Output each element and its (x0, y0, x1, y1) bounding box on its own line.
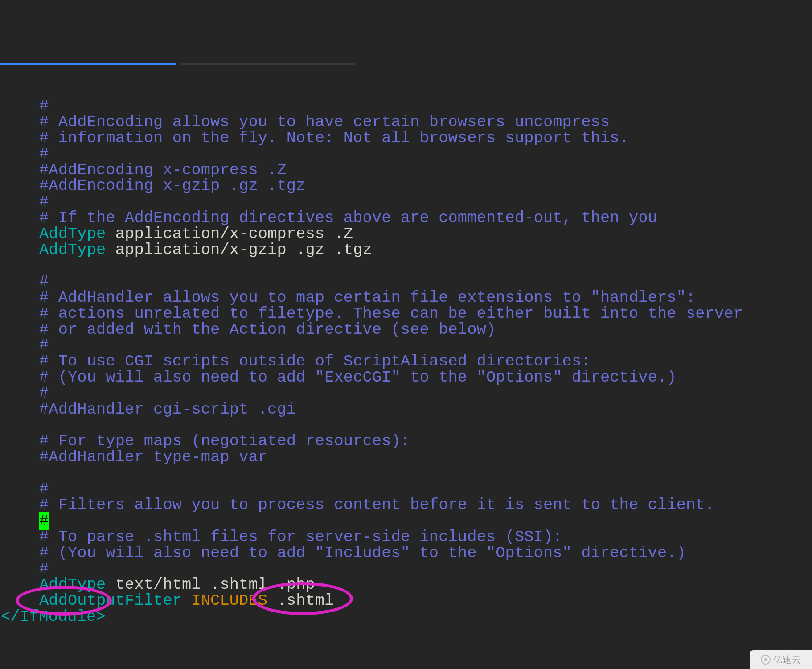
code-line[interactable]: # AddEncoding allows you to have certain… (39, 115, 812, 131)
code-segment-cursor: # (39, 512, 49, 530)
code-line[interactable]: # (You will also need to add "Includes" … (39, 546, 812, 562)
window-top-border (0, 63, 812, 65)
code-line[interactable] (39, 418, 812, 434)
tab-strip-inactive (181, 63, 355, 65)
code-segment-plain: application/x-compress .Z (106, 225, 353, 243)
code-segment-comment: # (39, 97, 49, 115)
code-segment-comment: # For type maps (negotiated resources): (39, 432, 410, 450)
code-line[interactable]: # (39, 338, 812, 354)
code-segment-keyword: AddOutputFilter (39, 592, 182, 610)
code-segment-comment: # information on the fly. Note: Not all … (39, 129, 629, 147)
code-segment-comment: #AddEncoding x-compress .Z (39, 161, 287, 179)
code-line[interactable]: # Filters allow you to process content b… (39, 497, 812, 513)
code-segment-comment: # (You will also need to add "Includes" … (39, 544, 686, 562)
code-line[interactable]: AddType application/x-gzip .gz .tgz (39, 242, 812, 259)
code-line[interactable]: # (39, 386, 812, 402)
code-segment-comment: # (39, 145, 49, 163)
code-segment-orange: INCLUDES (191, 592, 267, 610)
code-segment-comment: # AddEncoding allows you to have certain… (39, 113, 610, 131)
code-segment-comment: #AddHandler type-map var (39, 448, 267, 466)
code-line[interactable]: # For type maps (negotiated resources): (39, 434, 812, 450)
code-line[interactable]: # or added with the Action directive (se… (39, 322, 812, 338)
code-line[interactable]: # (39, 147, 812, 163)
code-line[interactable]: #AddEncoding x-compress .Z (39, 163, 812, 179)
code-segment-comment: # (39, 480, 49, 498)
code-line[interactable]: # (39, 99, 812, 115)
watermark-badge: 亿速云 (750, 650, 812, 669)
code-line[interactable]: # (You will also need to add "ExecCGI" t… (39, 370, 812, 386)
code-line[interactable] (39, 258, 812, 274)
code-segment-keyword: AddType (39, 241, 106, 259)
code-segment-comment: # (39, 337, 49, 354)
code-segment-comment: # AddHandler allows you to map certain f… (39, 289, 695, 307)
code-line[interactable]: # If the AddEncoding directives above ar… (39, 210, 812, 226)
code-segment-comment: # To use CGI scripts outside of ScriptAl… (39, 353, 591, 370)
code-line[interactable]: # (39, 562, 812, 578)
closing-tag-text: </IfModule> (1, 608, 106, 626)
code-line[interactable]: # (39, 513, 812, 529)
closing-tag[interactable]: </IfModule> (0, 609, 812, 625)
code-segment-keyword: AddType (39, 576, 106, 594)
watermark-text: 亿速云 (773, 655, 801, 664)
code-segment-comment: #AddHandler cgi-script .cgi (39, 401, 296, 419)
code-segment-plain: .shtml (267, 592, 334, 610)
code-segment-comment: # (39, 193, 49, 211)
code-segment-keyword: AddType (39, 225, 106, 243)
code-segment-comment: # or added with the Action directive (se… (39, 321, 496, 339)
code-segment-comment: # actions unrelated to filetype. These c… (39, 305, 743, 323)
code-segment-comment: # If the AddEncoding directives above ar… (39, 209, 657, 227)
code-segment-comment: # To parse .shtml files for server-side … (39, 528, 562, 546)
code-line[interactable]: #AddHandler cgi-script .cgi (39, 402, 812, 418)
code-line[interactable] (39, 466, 812, 482)
code-line[interactable]: AddOutputFilter INCLUDES .shtml (39, 593, 812, 609)
code-segment-comment: # (39, 385, 49, 402)
code-line[interactable]: # (39, 274, 812, 290)
code-line[interactable]: # AddHandler allows you to map certain f… (39, 290, 812, 306)
code-line[interactable]: # (39, 194, 812, 210)
code-line[interactable]: #AddEncoding x-gzip .gz .tgz (39, 178, 812, 194)
code-segment-comment: # Filters allow you to process content b… (39, 496, 714, 514)
code-line[interactable]: # information on the fly. Note: Not all … (39, 131, 812, 147)
code-editor-viewport[interactable]: ## AddEncoding allows you to have certai… (0, 96, 812, 625)
code-segment-comment: # (39, 560, 49, 578)
code-line[interactable]: AddType application/x-compress .Z (39, 226, 812, 242)
code-segment-plain: text/html .shtml .php (106, 576, 315, 594)
code-segment-plain (182, 592, 191, 610)
code-segment-plain: application/x-gzip .gz .tgz (106, 241, 372, 259)
code-line[interactable]: #AddHandler type-map var (39, 450, 812, 466)
code-line[interactable]: # To use CGI scripts outside of ScriptAl… (39, 354, 812, 370)
code-segment-comment: # (You will also need to add "ExecCGI" t… (39, 369, 677, 386)
code-line[interactable]: AddType text/html .shtml .php (39, 577, 812, 593)
code-segment-comment: # (39, 273, 49, 291)
accent-strip (0, 63, 176, 65)
code-segment-comment: #AddEncoding x-gzip .gz .tgz (39, 177, 305, 195)
code-line[interactable]: # actions unrelated to filetype. These c… (39, 306, 812, 322)
code-line[interactable]: # (39, 482, 812, 498)
watermark-logo-icon (761, 655, 771, 665)
code-line[interactable]: # To parse .shtml files for server-side … (39, 529, 812, 546)
